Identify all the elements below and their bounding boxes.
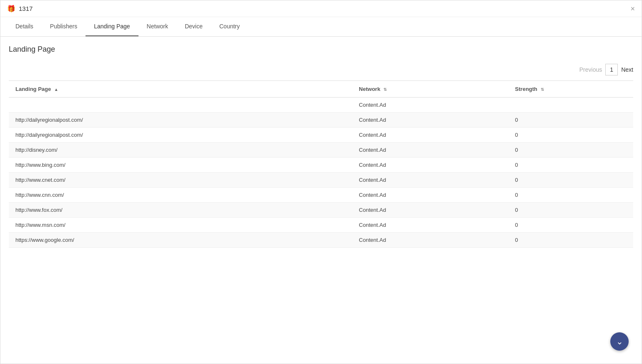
cell-network: Content.Ad [352,203,508,218]
data-table-container: Landing Page ▲ Network ⇅ Strength ⇅ [9,80,633,364]
cell-landing-page [9,98,352,113]
table-row: https://www.google.com/Content.Ad0 [9,233,633,248]
cell-strength: 0 [509,233,633,248]
tab-details[interactable]: Details [7,17,42,36]
data-table: Landing Page ▲ Network ⇅ Strength ⇅ [9,81,633,248]
table-body: Content.Adhttp://dailyregionalpost.com/C… [9,98,633,248]
cell-strength: 0 [509,143,633,158]
pagination-page-number[interactable]: 1 [605,64,618,75]
tab-landing-page[interactable]: Landing Page [86,17,138,36]
table-row: http://www.msn.com/Content.Ad0 [9,218,633,233]
cell-network: Content.Ad [352,158,508,173]
cell-strength: 0 [509,158,633,173]
column-header-strength[interactable]: Strength ⇅ [509,81,633,98]
table-row: http://www.fox.com/Content.Ad0 [9,203,633,218]
cell-strength: 0 [509,173,633,188]
sort-both-icon-strength: ⇅ [541,87,544,92]
cell-network: Content.Ad [352,128,508,143]
cell-network: Content.Ad [352,98,508,113]
table-row: http://dailyregionalpost.com/Content.Ad0 [9,128,633,143]
cell-landing-page: http://www.fox.com/ [9,203,352,218]
table-row: Content.Ad [9,98,633,113]
table-row: http://www.bing.com/Content.Ad0 [9,158,633,173]
main-window: 🎁 1317 × Details Publishers Landing Page… [0,0,642,364]
column-header-network[interactable]: Network ⇅ [352,81,508,98]
tab-device[interactable]: Device [176,17,211,36]
gift-icon: 🎁 [7,5,15,13]
table-row: http://www.cnet.com/Content.Ad0 [9,173,633,188]
table-row: http://disney.com/Content.Ad0 [9,143,633,158]
tab-country[interactable]: Country [211,17,248,36]
pagination-previous-button[interactable]: Previous [579,66,602,73]
window-title: 1317 [19,5,33,12]
tab-bar: Details Publishers Landing Page Network … [0,17,642,37]
cell-network: Content.Ad [352,233,508,248]
table-header-row: Landing Page ▲ Network ⇅ Strength ⇅ [9,81,633,98]
cell-strength: 0 [509,218,633,233]
cell-landing-page: http://www.cnet.com/ [9,173,352,188]
cell-landing-page: http://dailyregionalpost.com/ [9,113,352,128]
page-title: Landing Page [9,45,633,54]
cell-network: Content.Ad [352,188,508,203]
cell-strength: 0 [509,188,633,203]
cell-landing-page: http://dailyregionalpost.com/ [9,128,352,143]
cell-network: Content.Ad [352,143,508,158]
cell-strength: 0 [509,128,633,143]
cell-landing-page: http://www.bing.com/ [9,158,352,173]
cell-network: Content.Ad [352,113,508,128]
cell-strength [509,98,633,113]
sort-asc-icon: ▲ [54,87,58,92]
content-area: Landing Page Previous 1 Next Landing Pag… [0,37,642,364]
tab-publishers[interactable]: Publishers [42,17,86,36]
fab-scroll-down[interactable]: ⌄ [610,332,629,351]
cell-landing-page: https://www.google.com/ [9,233,352,248]
table-row: http://dailyregionalpost.com/Content.Ad0 [9,113,633,128]
column-header-landing-page[interactable]: Landing Page ▲ [9,81,352,98]
cell-landing-page: http://disney.com/ [9,143,352,158]
chevron-down-icon: ⌄ [616,336,623,346]
pagination-next-button[interactable]: Next [621,66,633,73]
title-bar: 🎁 1317 × [0,0,642,17]
cell-strength: 0 [509,113,633,128]
sort-both-icon-network: ⇅ [383,87,387,92]
cell-landing-page: http://www.cnn.com/ [9,188,352,203]
cell-landing-page: http://www.msn.com/ [9,218,352,233]
cell-network: Content.Ad [352,173,508,188]
cell-network: Content.Ad [352,218,508,233]
cell-strength: 0 [509,203,633,218]
tab-network[interactable]: Network [138,17,176,36]
pagination-row: Previous 1 Next [9,60,633,79]
close-button[interactable]: × [630,5,635,13]
title-bar-left: 🎁 1317 [7,5,33,13]
table-row: http://www.cnn.com/Content.Ad0 [9,188,633,203]
